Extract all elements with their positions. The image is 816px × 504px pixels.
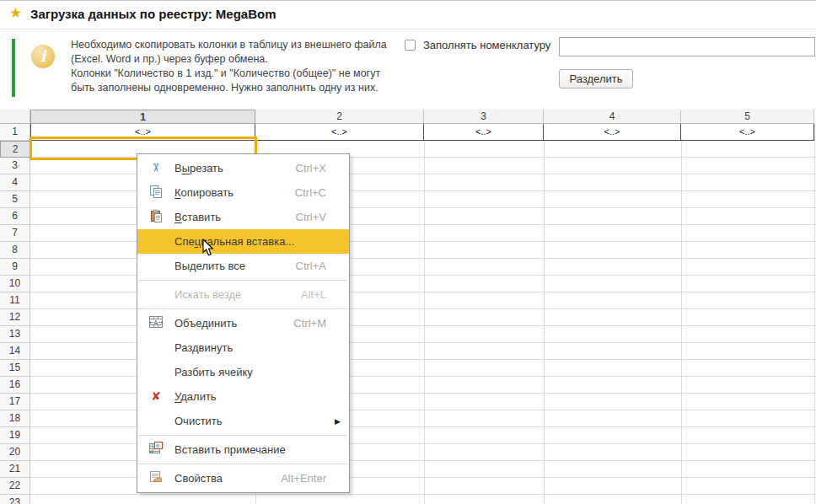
menu-item-shortcut: Ctrl+C	[295, 186, 326, 199]
row-header-8[interactable]: 8	[0, 242, 30, 259]
row-header-12[interactable]: 12	[0, 309, 30, 326]
menu-item-split-cell[interactable]: Разбить ячейку	[137, 360, 349, 384]
row-header-15[interactable]: 15	[0, 360, 30, 377]
menu-item-expand[interactable]: Раздвинуть	[137, 335, 349, 360]
menu-item-copy[interactable]: КопироватьCtrl+C	[137, 180, 349, 205]
menu-separator	[138, 464, 348, 464]
spreadsheet-grid[interactable]: 1234512345678910111213141516171819202122…	[0, 110, 816, 504]
row-header-5[interactable]: 5	[0, 191, 30, 208]
paste-icon	[149, 209, 163, 223]
info-accent-bar	[12, 39, 15, 97]
row-header-22[interactable]: 22	[0, 478, 30, 495]
menu-item-select-all[interactable]: Выделить всеCtrl+A	[137, 254, 349, 278]
menu-item-label: Раздвинуть	[174, 341, 233, 354]
menu-separator	[138, 308, 348, 309]
menu-separator	[138, 435, 348, 436]
row-header-21[interactable]: 21	[0, 461, 30, 478]
row-header-1[interactable]: 1	[0, 124, 30, 141]
menu-item-paste-special[interactable]: Специальная вставка...	[137, 229, 349, 254]
menu-item-shortcut: Ctrl+M	[293, 317, 326, 330]
fill-nomenclature-label[interactable]: Заполнять номенклатуру	[423, 39, 550, 51]
row-header-2[interactable]: 2	[0, 141, 30, 158]
nomenclature-input[interactable]	[559, 37, 815, 56]
menu-item-label: Вставить	[174, 211, 221, 223]
cut-icon: ✂	[149, 163, 163, 173]
menu-item-shortcut: Alt+Enter	[281, 472, 326, 485]
copy-icon	[149, 185, 163, 198]
menu-item-shortcut: Ctrl+X	[296, 162, 326, 174]
row-header-13[interactable]: 13	[0, 326, 30, 343]
menu-item-label: Разбить ячейку	[174, 366, 253, 378]
grid-column-line	[544, 124, 545, 504]
column-header-1[interactable]: 1	[30, 110, 255, 124]
grid-cell-r1c5[interactable]: <..>	[681, 124, 814, 141]
menu-item-label: Объединить	[174, 317, 237, 330]
row-header-3[interactable]: 3	[0, 158, 30, 174]
menu-item-delete[interactable]: ✘Удалить	[137, 384, 349, 409]
row-header-20[interactable]: 20	[0, 444, 30, 461]
svg-text:R:: R:	[156, 442, 161, 448]
fill-nomenclature-checkbox[interactable]	[405, 40, 416, 51]
menu-item-search-everywhere[interactable]: Искать вездеAlt+L	[137, 282, 349, 307]
submenu-arrow-icon: ▶	[335, 417, 341, 426]
menu-item-shortcut: Ctrl+V	[296, 211, 326, 223]
merge-cells-icon: ←А→	[149, 316, 163, 328]
page-title: Загрузка данных по реестру: MegaBom	[30, 7, 276, 21]
row-header-9[interactable]: 9	[0, 259, 30, 276]
row-header-16[interactable]: 16	[0, 377, 30, 394]
grid-corner-cell[interactable]	[0, 110, 30, 124]
menu-item-shortcut: Alt+L	[301, 288, 326, 301]
menu-item-merge[interactable]: ←А→ОбъединитьCtrl+M	[137, 311, 349, 335]
insert-note-icon: R:	[149, 442, 163, 454]
svg-text:←А→: ←А→	[149, 319, 163, 325]
grid-cell-r1c3[interactable]: <..>	[424, 124, 544, 141]
column-header-2[interactable]: 2	[255, 110, 424, 124]
menu-item-label: Копировать	[174, 186, 234, 199]
menu-item-properties[interactable]: СвойстваAlt+Enter	[137, 466, 349, 491]
menu-item-shortcut: Ctrl+A	[296, 260, 326, 272]
context-menu: ✂ВырезатьCtrl+XКопироватьCtrl+CВставитьC…	[137, 153, 350, 493]
delete-icon: ✘	[151, 389, 161, 403]
grid-cell-r1c4[interactable]: <..>	[544, 124, 681, 141]
row-header-10[interactable]: 10	[0, 276, 30, 292]
row-header-4[interactable]: 4	[0, 174, 30, 191]
info-text: Необходимо скопировать колонки в таблицу…	[71, 38, 412, 95]
menu-item-insert-note[interactable]: R:Вставить примечание	[137, 437, 349, 462]
properties-icon	[149, 470, 163, 483]
row-header-17[interactable]: 17	[0, 394, 30, 410]
title-separator	[0, 29, 816, 29]
row-header-7[interactable]: 7	[0, 225, 30, 242]
menu-item-label: Удалить	[174, 390, 217, 403]
column-header-3[interactable]: 3	[424, 110, 544, 124]
menu-separator	[138, 280, 348, 281]
row-header-6[interactable]: 6	[0, 208, 30, 225]
row-header-11[interactable]: 11	[0, 292, 30, 309]
menu-item-clear[interactable]: Очистить▶	[137, 409, 349, 433]
row-header-18[interactable]: 18	[0, 410, 30, 427]
favorite-star-icon[interactable]: ★	[9, 4, 22, 22]
mouse-cursor	[202, 239, 215, 260]
menu-item-label: Специальная вставка...	[174, 235, 294, 248]
menu-item-paste[interactable]: ВставитьCtrl+V	[137, 205, 349, 229]
grid-column-line	[424, 124, 425, 504]
info-icon: i	[31, 45, 55, 68]
grid-column-line	[681, 124, 682, 504]
menu-item-label: Искать везде	[174, 288, 241, 301]
column-header-5[interactable]: 5	[681, 110, 814, 124]
column-header-4[interactable]: 4	[544, 110, 681, 124]
row-header-14[interactable]: 14	[0, 343, 30, 360]
row-header-19[interactable]: 19	[0, 427, 30, 444]
grid-column-line	[814, 124, 815, 504]
menu-item-label: Вставить примечание	[174, 443, 286, 456]
grid-cell-r1c2[interactable]: <..>	[255, 124, 424, 141]
menu-item-cut[interactable]: ✂ВырезатьCtrl+X	[137, 156, 349, 180]
row-header-23[interactable]: 23	[0, 495, 30, 504]
menu-item-label: Вырезать	[174, 162, 223, 174]
menu-item-label: Выделить все	[174, 260, 245, 272]
menu-item-label: Очистить	[174, 415, 223, 427]
menu-item-label: Свойства	[174, 472, 223, 485]
grid-row[interactable]	[30, 495, 816, 504]
split-button[interactable]: Разделить	[559, 69, 633, 88]
